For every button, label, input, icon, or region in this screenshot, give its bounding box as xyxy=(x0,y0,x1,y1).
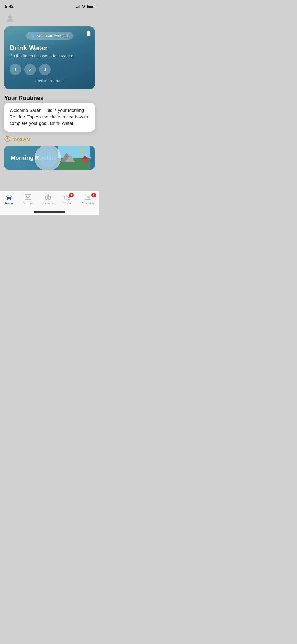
nav-item-journey[interactable]: Journey xyxy=(23,194,33,205)
clock-icon xyxy=(4,136,11,144)
circles-badge: 1 xyxy=(69,193,74,197)
routine-card[interactable]: Morning Routine › xyxy=(4,146,95,170)
nav-label-journey: Journey xyxy=(23,202,33,205)
goal-step-3[interactable]: 3 xyxy=(39,64,51,75)
sun-art xyxy=(79,148,84,154)
status-bar: 5:42 xyxy=(0,0,99,12)
routine-wrapper: 7:00 AM Morning Routine › xyxy=(4,136,95,170)
home-bar xyxy=(34,211,65,213)
circle-outer[interactable] xyxy=(35,146,61,170)
nav-label-launch: Launch xyxy=(43,202,53,205)
svg-point-0 xyxy=(8,15,12,19)
nav-item-launch[interactable]: Launch xyxy=(43,194,53,205)
nav-item-circles[interactable]: 1 Circles xyxy=(63,194,72,205)
close-button[interactable]: × xyxy=(87,31,91,36)
status-time: 5:42 xyxy=(5,4,14,9)
landscape-art xyxy=(58,146,90,170)
circle-inner[interactable] xyxy=(38,148,57,167)
coaching-icon xyxy=(84,194,92,201)
battery-icon xyxy=(87,5,94,8)
circle-overlay[interactable] xyxy=(35,146,61,170)
goal-card: 💧 Your Current Goal × Drink Water Do it … xyxy=(4,26,95,89)
goal-status: Goal In Progress xyxy=(10,79,89,83)
goal-steps: 1 2 3 xyxy=(10,64,89,75)
section-title: Your Routines xyxy=(4,95,95,102)
nav-label-coaching: Coaching xyxy=(82,202,94,205)
svg-rect-5 xyxy=(8,199,10,200)
svg-line-3 xyxy=(7,139,8,140)
goal-badge-text: Your Current Goal xyxy=(37,34,69,38)
goal-step-2[interactable]: 2 xyxy=(24,64,36,75)
mountain2-art xyxy=(65,154,75,162)
nav-label-home: Home xyxy=(5,202,13,205)
chevron-right-icon: › xyxy=(90,155,95,161)
home-icon xyxy=(5,194,13,201)
wifi-icon xyxy=(82,5,86,9)
status-icons xyxy=(76,5,95,9)
tooltip-text: Welcome Sarah! This is your Morning Rout… xyxy=(10,108,88,126)
nav-item-coaching[interactable]: 1 Coaching xyxy=(82,194,94,205)
tooltip: Welcome Sarah! This is your Morning Rout… xyxy=(4,103,95,132)
nav-label-circles: Circles xyxy=(63,202,72,205)
main-content: 💧 Your Current Goal × Drink Water Do it … xyxy=(0,26,99,170)
avatar-area xyxy=(0,12,99,26)
routine-time-row: 7:00 AM xyxy=(4,136,95,144)
svg-rect-15 xyxy=(85,195,91,199)
avatar-icon xyxy=(5,14,15,23)
drop-icon: 💧 xyxy=(30,33,35,38)
goal-badge: 💧 Your Current Goal xyxy=(26,32,73,40)
bottom-nav: Home Journey Launch 1 Circles xyxy=(0,191,99,215)
svg-point-11 xyxy=(47,197,49,198)
routine-card-art xyxy=(58,146,90,170)
nav-item-home[interactable]: Home xyxy=(5,194,13,205)
house-art xyxy=(82,158,88,162)
goal-subtitle: Do it 3 times this week to succeed xyxy=(10,54,89,58)
launch-icon xyxy=(44,194,52,201)
svg-rect-16 xyxy=(86,195,90,199)
routine-time: 7:00 AM xyxy=(13,137,30,142)
journey-icon xyxy=(24,194,32,201)
coaching-badge: 1 xyxy=(91,193,96,197)
goal-title: Drink Water xyxy=(10,44,89,52)
goal-step-1[interactable]: 1 xyxy=(10,64,21,75)
signal-icon xyxy=(76,5,80,8)
